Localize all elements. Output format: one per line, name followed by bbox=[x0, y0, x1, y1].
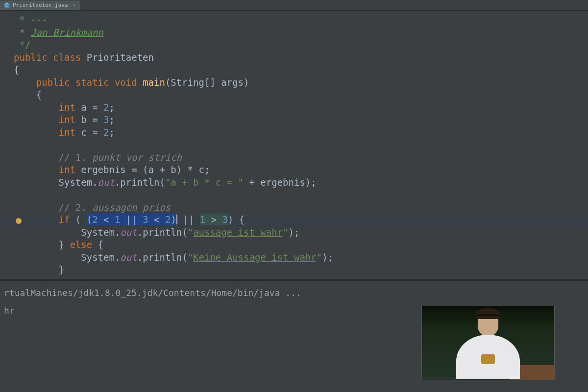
class-name: Prioritaeten bbox=[87, 52, 154, 63]
author-tag: Jan Brinkmann bbox=[30, 27, 103, 38]
tab-filename: Prioritaeten.java bbox=[13, 2, 68, 8]
code-editor[interactable]: * --- * Jan Brinkmann */ public class Pr… bbox=[0, 11, 588, 279]
tab-bar: C Prioritaeten.java × bbox=[0, 0, 588, 11]
if-statement-line: if ( (2 < 1 || 3 < 2) || 1 > 3) { bbox=[14, 214, 588, 226]
webcam-overlay bbox=[421, 306, 555, 380]
javadoc-line: * --- bbox=[14, 14, 48, 25]
method-main: main bbox=[143, 77, 165, 88]
selection: (2 < 1 || 3 < 2) bbox=[87, 214, 176, 225]
java-class-icon: C bbox=[4, 2, 10, 8]
file-tab[interactable]: C Prioritaeten.java × bbox=[0, 0, 80, 10]
console-line: rtualMachines/jdk1.8.0_25.jdk/Contents/H… bbox=[4, 286, 584, 300]
close-icon[interactable]: × bbox=[73, 2, 76, 8]
